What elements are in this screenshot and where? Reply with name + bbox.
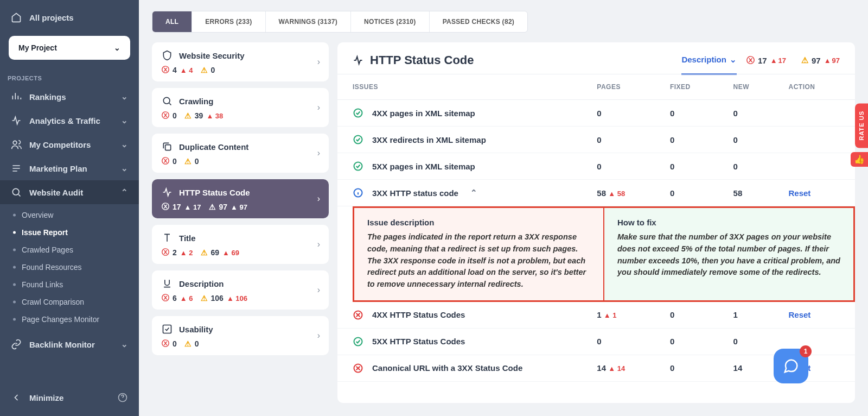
home-icon xyxy=(11,12,22,23)
thumb-icon[interactable]: 👍 xyxy=(851,152,868,167)
fixed-count: 0 xyxy=(662,355,726,381)
nav-label: Rankings xyxy=(29,92,66,102)
category-crawling[interactable]: Crawling ⓧ0 ⚠39▲ 38 › xyxy=(152,88,329,127)
chevron-right-icon: › xyxy=(317,103,320,112)
category-title[interactable]: Title ⓧ2▲ 2 ⚠69▲ 69 › xyxy=(152,225,329,264)
subnav-label: Issue Report xyxy=(22,228,68,237)
svg-point-3 xyxy=(163,97,170,104)
nav-competitors[interactable]: My Competitors ⌄ xyxy=(0,133,139,156)
view-dropdown[interactable]: Description ⌄ xyxy=(681,55,737,75)
error-icon: ⓧ xyxy=(162,339,169,349)
warning-delta: ▲ 106 xyxy=(227,294,247,302)
col-fixed[interactable]: FIXED xyxy=(662,74,726,100)
check-icon xyxy=(353,134,363,145)
bars-icon xyxy=(11,91,22,102)
category-http[interactable]: HTTP Status Code ⓧ17▲ 17 ⚠97▲ 97 › xyxy=(152,179,329,218)
subnav-found-resources[interactable]: Found Resources xyxy=(0,259,139,276)
reset-link[interactable]: Reset xyxy=(789,310,811,319)
table-row[interactable]: 4XX HTTP Status Codes 1 ▲ 1 0 1 Reset xyxy=(337,302,855,329)
subnav-overview[interactable]: Overview xyxy=(0,206,139,224)
col-action[interactable]: ACTION xyxy=(781,74,856,100)
pages-count: 0 xyxy=(597,162,601,171)
subnav-page-changes[interactable]: Page Changes Monitor xyxy=(0,311,139,328)
category-description[interactable]: Description ⓧ6▲ 6 ⚠106▲ 106 › xyxy=(152,270,329,310)
nav-label: Analytics & Traffic xyxy=(29,116,100,125)
table-row[interactable]: 3XX HTTP status code⌃ 58 ▲ 58 0 58 Reset xyxy=(337,180,855,206)
chevron-down-icon: ⌄ xyxy=(121,140,128,149)
warning-icon: ⚠ xyxy=(184,339,192,348)
chevron-right-icon: › xyxy=(317,285,320,295)
minimize-label: Minimize xyxy=(29,393,63,402)
new-count: 14 xyxy=(726,355,781,381)
error-icon: ⓧ xyxy=(162,65,169,75)
fixed-count: 0 xyxy=(662,153,726,180)
category-security[interactable]: Website Security ⓧ4▲ 4 ⚠0 › xyxy=(152,42,329,81)
error-icon: ⓧ xyxy=(162,156,169,166)
issue-name: 4XX pages in XML sitemap xyxy=(372,109,475,118)
chevron-right-icon: › xyxy=(317,57,320,67)
warning-count: 39 xyxy=(195,111,203,120)
tab-errors[interactable]: ERRORS (233) xyxy=(192,11,265,32)
issue-name: 5XX HTTP Status Codes xyxy=(372,337,465,346)
chevron-down-icon: ⌄ xyxy=(121,339,128,349)
new-count: 0 xyxy=(726,153,781,180)
warning-delta: ▲ 97 xyxy=(231,203,247,211)
error-count: 17 xyxy=(173,203,181,211)
underline-icon xyxy=(162,278,173,289)
list-icon xyxy=(11,163,22,174)
pages-count: 0 xyxy=(597,135,601,144)
all-projects-label: All projects xyxy=(29,13,74,22)
error-icon: ⓧ xyxy=(162,202,169,212)
nav-analytics[interactable]: Analytics & Traffic ⌄ xyxy=(0,109,139,133)
reset-link[interactable]: Reset xyxy=(789,188,811,198)
help-icon[interactable] xyxy=(117,392,128,403)
new-count: 58 xyxy=(726,180,781,206)
warning-count: 97 xyxy=(219,203,228,211)
category-title: Duplicate Content xyxy=(179,142,248,152)
table-row[interactable]: 4XX pages in XML sitemap 0 0 0 xyxy=(337,100,855,127)
tab-all[interactable]: ALL xyxy=(152,11,192,32)
category-duplicate[interactable]: Duplicate Content ⓧ0 ⚠0 › xyxy=(152,134,329,173)
minimize-button[interactable]: Minimize xyxy=(0,386,139,409)
nav-rankings[interactable]: Rankings ⌄ xyxy=(0,85,139,109)
nav-marketing[interactable]: Marketing Plan ⌄ xyxy=(0,156,139,180)
subnav-crawled-pages[interactable]: Crawled Pages xyxy=(0,241,139,259)
warning-count: 0 xyxy=(195,339,199,348)
warning-delta: ▲ 69 xyxy=(222,249,239,257)
fix-title: How to fix xyxy=(617,218,840,227)
chevron-down-icon: ⌄ xyxy=(114,43,120,52)
col-issues[interactable]: ISSUES xyxy=(337,74,589,100)
table-row[interactable]: 3XX redirects in XML sitemap 0 0 0 xyxy=(337,127,855,153)
chevron-down-icon: ⌄ xyxy=(121,163,128,173)
chat-button[interactable]: 1 xyxy=(774,349,808,383)
subnav-label: Page Changes Monitor xyxy=(22,315,99,324)
check-icon xyxy=(353,161,363,172)
check-icon xyxy=(353,108,363,118)
project-selector[interactable]: My Project ⌄ xyxy=(9,36,130,60)
all-projects-link[interactable]: All projects xyxy=(0,7,139,28)
subnav-issue-report[interactable]: Issue Report xyxy=(0,224,139,241)
new-count: 0 xyxy=(726,127,781,153)
subnav-crawl-comparison[interactable]: Crawl Comparison xyxy=(0,293,139,311)
header-warning-count: ⚠ 97 ▲97 xyxy=(801,55,840,66)
category-usability[interactable]: Usability ⓧ0 ⚠0 › xyxy=(152,316,329,355)
nav-backlink[interactable]: Backlink Monitor ⌄ xyxy=(0,332,139,356)
col-pages[interactable]: PAGES xyxy=(589,74,662,100)
tab-warnings[interactable]: WARNINGS (3137) xyxy=(266,11,352,32)
chevron-up-icon[interactable]: ⌃ xyxy=(470,188,477,198)
nav-website-audit[interactable]: Website Audit ⌃ xyxy=(0,180,139,204)
table-row[interactable]: 5XX pages in XML sitemap 0 0 0 xyxy=(337,153,855,180)
issue-name: 3XX HTTP status code xyxy=(372,188,458,198)
chevron-right-icon: › xyxy=(317,148,320,158)
error-count: 0 xyxy=(173,111,177,120)
warning-icon: ⚠ xyxy=(201,248,208,257)
svg-rect-5 xyxy=(163,325,171,333)
nav-label: Backlink Monitor xyxy=(29,340,95,349)
col-new[interactable]: NEW xyxy=(726,74,781,100)
tab-passed[interactable]: PASSED CHECKS (82) xyxy=(430,11,528,32)
subnav-found-links[interactable]: Found Links xyxy=(0,276,139,293)
rate-us-tab[interactable]: RATE US xyxy=(855,103,868,148)
chevron-right-icon: › xyxy=(317,331,320,341)
tab-notices[interactable]: NOTICES (2310) xyxy=(351,11,430,32)
subnav-label: Overview xyxy=(22,211,53,219)
